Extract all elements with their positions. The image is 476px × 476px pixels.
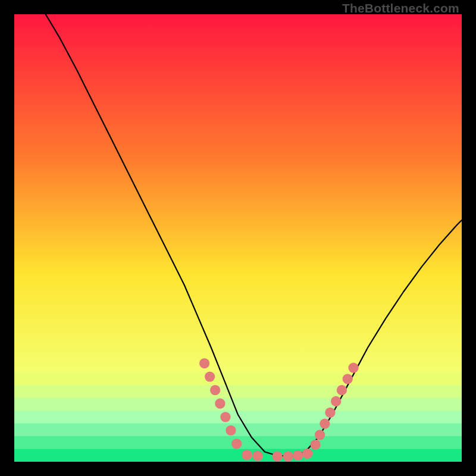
highlight-dot bbox=[293, 450, 303, 461]
highlight-dot bbox=[310, 440, 320, 450]
band bbox=[14, 385, 462, 398]
band bbox=[14, 424, 462, 437]
band bbox=[14, 449, 462, 462]
highlight-dot bbox=[302, 449, 312, 459]
chart-frame bbox=[14, 14, 462, 462]
highlight-dot bbox=[283, 451, 293, 461]
highlight-dot bbox=[320, 418, 330, 428]
highlight-dot bbox=[252, 451, 262, 461]
chart-svg bbox=[14, 14, 462, 462]
highlight-dot bbox=[199, 358, 209, 368]
highlight-dot bbox=[231, 439, 242, 449]
highlight-dot bbox=[331, 396, 341, 406]
band bbox=[14, 411, 462, 424]
highlight-dot bbox=[205, 371, 215, 381]
highlight-dot bbox=[242, 450, 252, 460]
highlight-dot bbox=[215, 399, 225, 409]
highlight-dot bbox=[337, 385, 347, 395]
highlight-dot bbox=[325, 408, 335, 418]
watermark-text: TheBottleneck.com bbox=[342, 1, 459, 15]
highlight-dot bbox=[343, 374, 353, 384]
highlight-dot bbox=[226, 425, 236, 436]
band bbox=[14, 372, 462, 386]
highlight-dot bbox=[210, 385, 220, 395]
highlight-dot bbox=[273, 451, 283, 461]
band bbox=[14, 398, 462, 411]
highlight-dot bbox=[315, 430, 325, 440]
highlight-dot bbox=[348, 362, 358, 372]
highlight-dot bbox=[220, 412, 230, 422]
